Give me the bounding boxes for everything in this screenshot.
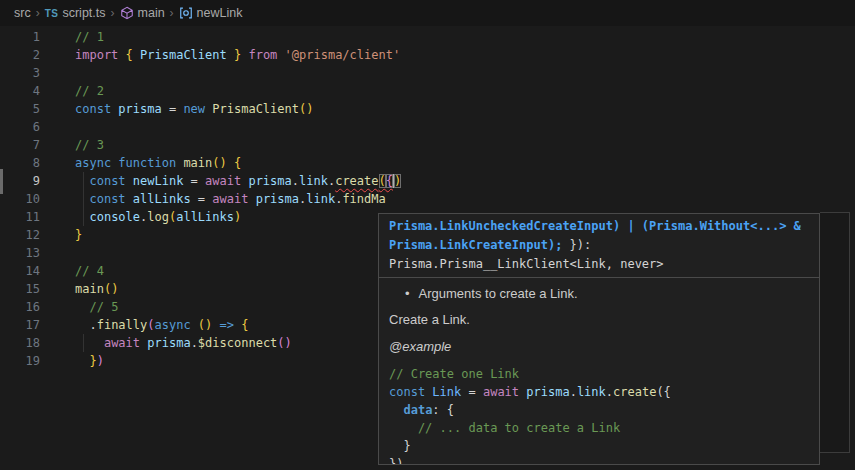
code-token: from <box>248 48 284 62</box>
line-number[interactable]: 11 <box>0 208 40 226</box>
code-token: findMa <box>342 192 385 206</box>
breadcrumb-item-newlink[interactable]: newLink <box>179 6 243 20</box>
code-text: const newLink = await prisma.link.create… <box>75 172 401 190</box>
code-token: allLinks <box>133 192 198 206</box>
code-text: console.log(allLinks) <box>75 208 241 226</box>
code-token: // 1 <box>75 30 104 44</box>
tooltip-example-tag: @example <box>389 338 809 356</box>
breadcrumb-label: main <box>138 6 165 20</box>
code-token: { <box>126 48 133 62</box>
code-token: await <box>212 192 255 206</box>
ts-file-icon: TS <box>45 8 59 19</box>
code-token: prisma <box>248 174 291 188</box>
code-text: await prisma.$disconnect() <box>75 334 292 352</box>
breadcrumb-item-main[interactable]: main <box>120 6 165 20</box>
line-number[interactable]: 13 <box>0 244 40 262</box>
line-number[interactable]: 15 <box>0 280 40 298</box>
line-number[interactable]: 4 <box>0 82 40 100</box>
line-number[interactable]: 16 <box>0 298 40 316</box>
code-line[interactable]: 7// 3 <box>0 136 855 154</box>
code-token: () <box>277 336 291 350</box>
code-token: await <box>205 174 248 188</box>
code-text: // 2 <box>75 82 104 100</box>
code-token: () <box>212 156 226 170</box>
code-line[interactable]: 8async function main() { <box>0 154 855 172</box>
editor-pane[interactable]: 1// 12import { PrismaClient } from '@pri… <box>0 26 855 470</box>
code-token: prisma <box>526 385 569 399</box>
code-text: const prisma = new PrismaClient() <box>75 100 313 118</box>
code-token: ( <box>379 174 386 188</box>
code-token: // 5 <box>89 300 118 314</box>
line-number[interactable]: 14 <box>0 262 40 280</box>
code-token: ) <box>234 210 241 224</box>
line-number[interactable]: 12 <box>0 226 40 244</box>
code-token: allLinks <box>176 210 234 224</box>
code-line[interactable]: 6 <box>0 118 855 136</box>
code-line[interactable]: 4// 2 <box>0 82 855 100</box>
code-token: console <box>89 210 140 224</box>
breadcrumb-item-src[interactable]: src <box>14 6 31 20</box>
code-token: link <box>299 174 328 188</box>
code-text: // 4 <box>75 262 104 280</box>
code-token: => <box>220 318 234 332</box>
code-token: function <box>118 156 183 170</box>
line-number[interactable]: 10 <box>0 190 40 208</box>
code-text: } <box>75 226 82 244</box>
code-token: async <box>155 318 198 332</box>
code-token: async <box>75 156 118 170</box>
code-token: . <box>570 385 577 399</box>
code-token <box>75 192 89 206</box>
line-number[interactable]: 1 <box>0 28 40 46</box>
code-token: const <box>89 192 132 206</box>
breadcrumb-item-script-ts[interactable]: TSscript.ts <box>45 6 106 20</box>
hover-tooltip[interactable]: Prisma.LinkUncheckedCreateInput) | (Pris… <box>378 213 820 465</box>
line-number[interactable]: 3 <box>0 64 40 82</box>
code-line[interactable]: 1// 1 <box>0 28 855 46</box>
line-number[interactable]: 5 <box>0 100 40 118</box>
code-token <box>75 318 89 332</box>
breadcrumb-separator: › <box>36 6 40 20</box>
line-number[interactable]: 19 <box>0 352 40 370</box>
line-number[interactable]: 7 <box>0 136 40 154</box>
code-line[interactable]: 10 const allLinks = await prisma.link.fi… <box>0 190 855 208</box>
code-text: main() <box>75 280 118 298</box>
line-number[interactable]: 8 <box>0 154 40 172</box>
code-token: link <box>306 192 335 206</box>
namespace-cube-icon <box>120 6 134 20</box>
line-number[interactable]: 18 <box>0 334 40 352</box>
line-number[interactable]: 9 <box>0 172 40 190</box>
code-token: main <box>183 156 212 170</box>
code-token: = <box>468 385 482 399</box>
bullet-glyph: • <box>405 285 410 303</box>
code-token: import <box>75 48 126 62</box>
code-line[interactable]: 3 <box>0 64 855 82</box>
code-token: main <box>75 282 104 296</box>
line-number[interactable]: 2 <box>0 46 40 64</box>
code-token: = <box>198 192 212 206</box>
tooltip-docs: • Arguments to create a Link. Create a L… <box>379 278 819 465</box>
line-number[interactable]: 17 <box>0 316 40 334</box>
code-line[interactable]: 2import { PrismaClient } from '@prisma/c… <box>0 46 855 64</box>
signature-line: Prisma.LinkUncheckedCreateInput) | (Pris… <box>389 217 809 236</box>
code-token: { <box>234 156 241 170</box>
code-token: link <box>577 385 606 399</box>
code-line[interactable]: 5const prisma = new PrismaClient() <box>0 100 855 118</box>
line-number[interactable]: 6 <box>0 118 40 136</box>
code-text: async function main() { <box>75 154 241 172</box>
code-token: prisma <box>118 102 169 116</box>
code-token: const <box>89 174 132 188</box>
code-token: PrismaClient <box>212 102 299 116</box>
code-token: Prisma.Prisma__LinkClient<Link, never> <box>389 257 664 271</box>
code-token: () <box>198 318 212 332</box>
example-code-line: // ... data to create a Link <box>389 419 809 437</box>
code-token: // 4 <box>75 264 104 278</box>
example-code-line: // Create one Link <box>389 365 809 383</box>
code-token <box>212 318 219 332</box>
code-line[interactable]: 9 const newLink = await prisma.link.crea… <box>0 172 855 190</box>
code-token: { <box>241 318 248 332</box>
code-text: // 5 <box>75 298 118 316</box>
code-token: Prisma.LinkUncheckedCreateInput) | (Pris… <box>389 219 801 233</box>
code-token: await <box>104 336 147 350</box>
code-token: await <box>483 385 526 399</box>
tooltip-description: Create a Link. <box>389 311 809 329</box>
